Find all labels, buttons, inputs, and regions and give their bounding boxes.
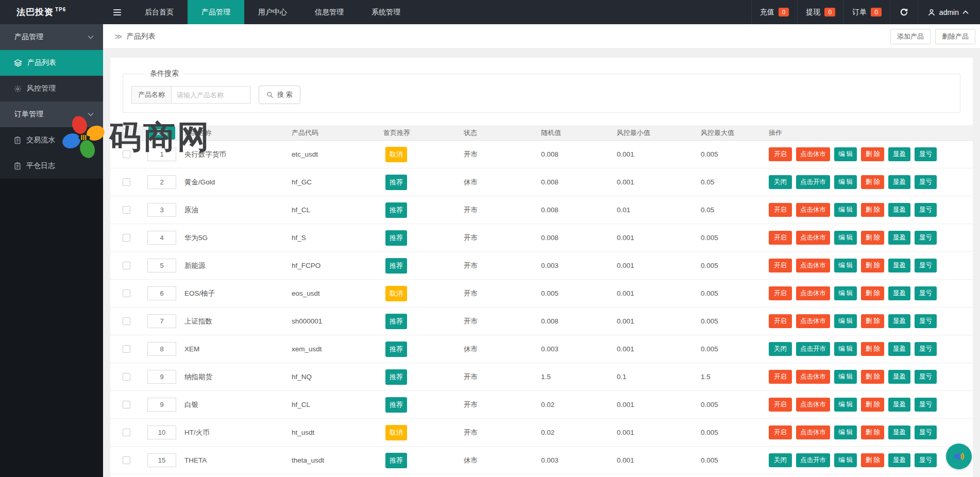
show-profit-button[interactable]: 显盈 xyxy=(888,425,910,439)
sort-input[interactable] xyxy=(147,147,176,161)
show-loss-button[interactable]: 显亏 xyxy=(915,147,937,161)
row-checkbox[interactable] xyxy=(123,150,130,158)
recommend-toggle-button[interactable]: 推荐 xyxy=(385,453,407,468)
update-sort-button[interactable]: 更新 xyxy=(148,126,175,140)
edit-button[interactable]: 编 辑 xyxy=(834,370,857,384)
sidebar-item[interactable]: 平仓日志 xyxy=(0,153,103,179)
sort-input[interactable] xyxy=(147,370,176,384)
delete-button[interactable]: 删 除 xyxy=(861,342,884,356)
delete-button[interactable]: 删 除 xyxy=(861,147,884,161)
edit-button[interactable]: 编 辑 xyxy=(834,286,857,300)
topnav-item[interactable]: 后台首页 xyxy=(131,0,188,24)
edit-button[interactable]: 编 辑 xyxy=(834,314,857,328)
show-loss-button[interactable]: 显亏 xyxy=(915,314,937,328)
recommend-toggle-button[interactable]: 推荐 xyxy=(385,314,407,329)
market-toggle-button[interactable]: 点击休市 xyxy=(796,370,830,384)
show-loss-button[interactable]: 显亏 xyxy=(915,203,937,217)
sidebar-item[interactable]: 交易流水 xyxy=(0,127,103,153)
row-checkbox[interactable] xyxy=(123,289,130,297)
toggle-open-close-button[interactable]: 关闭 xyxy=(769,453,792,467)
sidebar-item[interactable]: 产品列表 xyxy=(0,50,103,76)
show-loss-button[interactable]: 显亏 xyxy=(915,398,937,412)
market-toggle-button[interactable]: 点击休市 xyxy=(796,314,830,328)
show-loss-button[interactable]: 显亏 xyxy=(915,425,937,439)
market-toggle-button[interactable]: 点击开市 xyxy=(796,175,830,189)
stat-withdraw[interactable]: 提现0 xyxy=(797,0,843,24)
sort-input[interactable] xyxy=(147,453,176,467)
recommend-toggle-button[interactable]: 推荐 xyxy=(385,397,407,413)
sort-input[interactable] xyxy=(147,286,176,300)
row-checkbox[interactable] xyxy=(123,178,130,186)
market-toggle-button[interactable]: 点击休市 xyxy=(796,147,830,161)
show-loss-button[interactable]: 显亏 xyxy=(915,231,937,245)
edit-button[interactable]: 编 辑 xyxy=(834,398,857,412)
edit-button[interactable]: 编 辑 xyxy=(834,259,857,272)
sort-input[interactable] xyxy=(147,175,176,189)
delete-button[interactable]: 删 除 xyxy=(861,314,884,328)
refresh-button[interactable] xyxy=(890,0,918,24)
show-loss-button[interactable]: 显亏 xyxy=(915,175,937,189)
row-checkbox[interactable] xyxy=(123,234,130,242)
show-profit-button[interactable]: 显盈 xyxy=(888,147,910,161)
delete-button[interactable]: 删 除 xyxy=(861,231,884,245)
market-toggle-button[interactable]: 点击开市 xyxy=(796,453,830,467)
delete-button[interactable]: 删 除 xyxy=(861,453,884,467)
market-toggle-button[interactable]: 点击休市 xyxy=(796,398,830,412)
show-profit-button[interactable]: 显盈 xyxy=(888,453,910,467)
delete-button[interactable]: 删 除 xyxy=(861,203,884,217)
toggle-open-close-button[interactable]: 开启 xyxy=(769,203,792,217)
row-checkbox[interactable] xyxy=(123,456,130,464)
topnav-item[interactable]: 用户中心 xyxy=(244,0,301,24)
recommend-toggle-button[interactable]: 取消 xyxy=(385,147,407,162)
row-checkbox[interactable] xyxy=(123,373,130,381)
delete-button[interactable]: 删 除 xyxy=(861,370,884,384)
row-checkbox[interactable] xyxy=(123,262,130,269)
toggle-open-close-button[interactable]: 开启 xyxy=(769,425,792,439)
show-profit-button[interactable]: 显盈 xyxy=(888,314,910,328)
toggle-open-close-button[interactable]: 开启 xyxy=(769,231,792,245)
recommend-toggle-button[interactable]: 推荐 xyxy=(385,342,407,357)
toggle-open-close-button[interactable]: 开启 xyxy=(769,370,792,384)
edit-button[interactable]: 编 辑 xyxy=(834,453,857,467)
topnav-item[interactable]: 产品管理 xyxy=(188,0,244,24)
search-button[interactable]: 搜 索 xyxy=(259,86,300,104)
toggle-open-close-button[interactable]: 开启 xyxy=(769,314,792,328)
show-profit-button[interactable]: 显盈 xyxy=(888,342,910,356)
delete-button[interactable]: 删 除 xyxy=(861,286,884,300)
show-profit-button[interactable]: 显盈 xyxy=(888,398,910,412)
recommend-toggle-button[interactable]: 推荐 xyxy=(385,175,407,190)
market-toggle-button[interactable]: 点击休市 xyxy=(796,425,830,439)
show-loss-button[interactable]: 显亏 xyxy=(915,286,937,300)
market-toggle-button[interactable]: 点击休市 xyxy=(796,231,830,245)
recommend-toggle-button[interactable]: 取消 xyxy=(385,425,407,440)
sidebar-item[interactable]: 风控管理 xyxy=(0,76,103,101)
recommend-toggle-button[interactable]: 取消 xyxy=(385,286,407,301)
row-checkbox[interactable] xyxy=(123,429,130,436)
sidebar-group-header[interactable]: 产品管理 xyxy=(0,24,103,50)
toggle-open-close-button[interactable]: 开启 xyxy=(769,147,792,161)
show-loss-button[interactable]: 显亏 xyxy=(915,370,937,384)
row-checkbox[interactable] xyxy=(123,206,130,214)
sort-input[interactable] xyxy=(147,259,176,272)
hamburger-icon[interactable] xyxy=(103,0,131,24)
row-checkbox[interactable] xyxy=(123,317,130,325)
edit-button[interactable]: 编 辑 xyxy=(834,425,857,439)
recommend-toggle-button[interactable]: 推荐 xyxy=(385,369,407,385)
show-profit-button[interactable]: 显盈 xyxy=(888,175,910,189)
edit-button[interactable]: 编 辑 xyxy=(834,203,857,217)
market-toggle-button[interactable]: 点击休市 xyxy=(796,259,830,272)
show-profit-button[interactable]: 显盈 xyxy=(888,370,910,384)
recommend-toggle-button[interactable]: 推荐 xyxy=(385,202,407,218)
sort-input[interactable] xyxy=(147,342,176,356)
delete-button[interactable]: 删 除 xyxy=(861,175,884,189)
sort-input[interactable] xyxy=(147,314,176,328)
stat-order[interactable]: 订单0 xyxy=(843,0,890,24)
market-toggle-button[interactable]: 点击休市 xyxy=(796,203,830,217)
select-all-checkbox[interactable] xyxy=(123,129,130,137)
topnav-item[interactable]: 系统管理 xyxy=(358,0,414,24)
stat-recharge[interactable]: 充值0 xyxy=(751,0,798,24)
show-profit-button[interactable]: 显盈 xyxy=(888,259,910,272)
user-menu[interactable]: admin xyxy=(918,0,980,24)
market-toggle-button[interactable]: 点击休市 xyxy=(796,286,830,300)
toggle-open-close-button[interactable]: 开启 xyxy=(769,286,792,300)
